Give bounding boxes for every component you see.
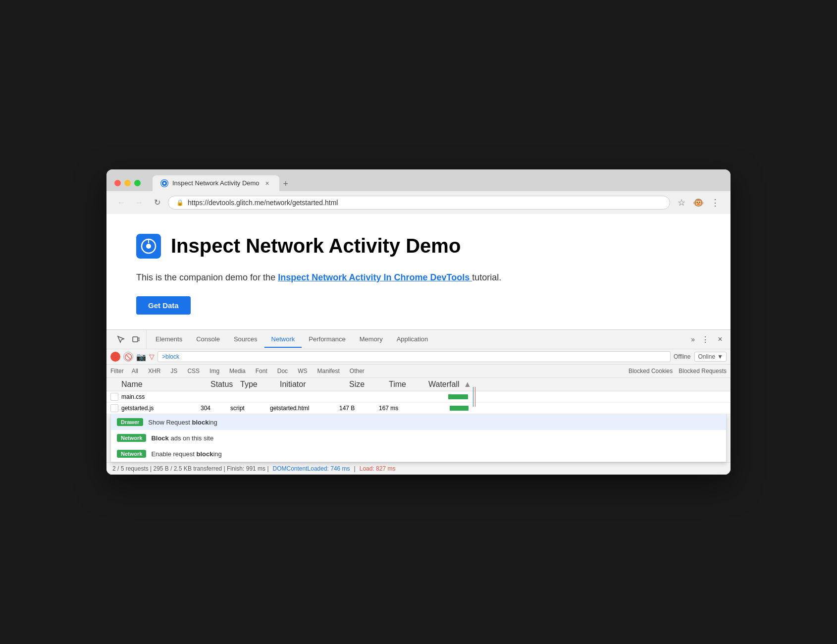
badge-drawer: Drawer bbox=[117, 418, 143, 426]
table-row[interactable]: main.css bbox=[106, 391, 731, 403]
browser-tab[interactable]: Inspect Network Activity Demo × bbox=[153, 175, 279, 191]
online-label: Online bbox=[698, 353, 715, 360]
status-separator: | bbox=[354, 465, 356, 472]
svg-point-3 bbox=[146, 244, 151, 249]
devtools-header: Elements Console Sources Network Perform… bbox=[106, 330, 731, 349]
clear-button[interactable]: 🚫 bbox=[123, 352, 133, 362]
devtools-icon-group bbox=[110, 330, 147, 349]
filter-type-xhr[interactable]: XHR bbox=[144, 367, 164, 376]
tab-performance[interactable]: Performance bbox=[302, 331, 352, 348]
row-checkbox[interactable] bbox=[110, 393, 118, 401]
filter-option-blocked-requests[interactable]: Blocked Requests bbox=[679, 368, 727, 375]
tab-sources[interactable]: Sources bbox=[227, 331, 264, 348]
devtools-more-options[interactable]: ⋮ bbox=[699, 333, 712, 346]
tab-network[interactable]: Network bbox=[264, 331, 302, 348]
page-content: Inspect Network Activity Demo This is th… bbox=[106, 214, 731, 330]
status-load: Load: 827 ms bbox=[360, 465, 396, 472]
autocomplete-bold-block2: Block bbox=[151, 434, 168, 442]
description-text-before: This is the companion demo for the bbox=[136, 272, 278, 282]
tab-memory[interactable]: Memory bbox=[353, 331, 390, 348]
offline-label: Offline bbox=[674, 353, 690, 360]
filter-type-img[interactable]: Img bbox=[206, 367, 223, 376]
nav-bar: ← → ↻ 🔒 https://devtools.glitch.me/netwo… bbox=[106, 191, 731, 214]
bookmark-button[interactable]: ☆ bbox=[674, 195, 689, 210]
network-options: Offline Online ▼ bbox=[674, 352, 727, 362]
filter-type-manifest[interactable]: Manifest bbox=[313, 367, 343, 376]
filter-bar: Filter All XHR JS CSS Img Media Font Doc… bbox=[106, 365, 731, 378]
address-text: https://devtools.glitch.me/network/getst… bbox=[188, 199, 662, 207]
profile-button[interactable]: 🐵 bbox=[691, 195, 706, 210]
dropdown-arrow-icon: ▼ bbox=[717, 353, 723, 360]
filter-type-media[interactable]: Media bbox=[225, 367, 250, 376]
row-checkbox[interactable] bbox=[110, 404, 118, 412]
tab-application[interactable]: Application bbox=[390, 331, 435, 348]
filter-option-blocked-cookies[interactable]: Blocked Cookies bbox=[628, 368, 673, 375]
nav-actions: ☆ 🐵 ⋮ bbox=[674, 195, 723, 210]
row-name-main-css: main.css bbox=[121, 393, 201, 400]
get-data-button[interactable]: Get Data bbox=[136, 296, 191, 315]
new-tab-button[interactable]: + bbox=[279, 177, 293, 191]
title-bar: Inspect Network Activity Demo × + bbox=[106, 169, 731, 191]
col-header-type[interactable]: Type bbox=[240, 380, 280, 389]
tab-more-button[interactable]: » bbox=[687, 332, 699, 346]
file-name-getstarted-js: getstarted.js bbox=[121, 405, 154, 412]
filter-options: Blocked Cookies Blocked Requests bbox=[628, 368, 727, 375]
devtools-header-actions: ⋮ × bbox=[699, 333, 727, 346]
address-bar[interactable]: 🔒 https://devtools.glitch.me/network/get… bbox=[168, 196, 670, 210]
filter-type-js[interactable]: JS bbox=[166, 367, 181, 376]
network-table: main.css getstarted.j bbox=[106, 391, 731, 414]
inspect-element-button[interactable] bbox=[114, 333, 127, 346]
maximize-traffic-light[interactable] bbox=[134, 180, 141, 186]
waterfall-line-red bbox=[475, 387, 475, 407]
autocomplete-bold-block1: block bbox=[192, 419, 209, 426]
col-header-status[interactable]: Status bbox=[210, 380, 240, 389]
autocomplete-dropdown: Drawer Show Request blocking Network Blo… bbox=[110, 414, 727, 462]
table-row[interactable]: getstarted.js 304 script getstarted.html… bbox=[106, 403, 731, 414]
devtools-close-button[interactable]: × bbox=[714, 333, 727, 346]
tab-console[interactable]: Console bbox=[189, 331, 227, 348]
minimize-traffic-light[interactable] bbox=[124, 180, 131, 186]
filter-type-all[interactable]: All bbox=[128, 367, 142, 376]
col-header-name[interactable]: Name bbox=[121, 380, 210, 389]
filter-icon: ▽ bbox=[149, 353, 155, 361]
waterfall-sort-icon: ▲ bbox=[464, 380, 471, 388]
filter-type-list: All XHR JS CSS Img Media Font Doc WS Man… bbox=[128, 367, 368, 376]
page-header: Inspect Network Activity Demo bbox=[136, 234, 701, 259]
autocomplete-item-drawer[interactable]: Drawer Show Request blocking bbox=[111, 414, 726, 430]
devtools-link[interactable]: Inspect Network Activity In Chrome DevTo… bbox=[278, 272, 472, 282]
filter-type-ws[interactable]: WS bbox=[294, 367, 311, 376]
filter-input[interactable] bbox=[157, 351, 671, 362]
file-name-main-css: main.css bbox=[121, 393, 145, 400]
close-traffic-light[interactable] bbox=[114, 180, 121, 186]
device-toolbar-button[interactable] bbox=[129, 333, 142, 346]
status-requests-text: 2 / 5 requests | 295 B / 2.5 KB transfer… bbox=[112, 465, 269, 472]
forward-button[interactable]: → bbox=[132, 196, 146, 210]
filter-type-doc[interactable]: Doc bbox=[273, 367, 292, 376]
filter-type-css[interactable]: CSS bbox=[183, 367, 204, 376]
col-header-size[interactable]: Size bbox=[349, 380, 389, 389]
page-description: This is the companion demo for the Inspe… bbox=[136, 270, 701, 285]
autocomplete-text-network-1: Block ads on this site bbox=[151, 434, 213, 442]
online-dropdown[interactable]: Online ▼ bbox=[694, 352, 727, 362]
autocomplete-item-network-enable-blocking[interactable]: Network Enable request blocking bbox=[111, 446, 726, 462]
badge-network-1: Network bbox=[117, 434, 146, 442]
status-bar: 2 / 5 requests | 295 B / 2.5 KB transfer… bbox=[106, 462, 731, 475]
autocomplete-text-drawer: Show Request blocking bbox=[148, 419, 217, 426]
table-header: Name Status Type Initiator Size Time Wat… bbox=[106, 378, 731, 391]
more-options-button[interactable]: ⋮ bbox=[708, 195, 723, 210]
record-button[interactable] bbox=[110, 352, 120, 362]
col-header-initiator[interactable]: Initiator bbox=[280, 380, 349, 389]
col-header-time[interactable]: Time bbox=[389, 380, 428, 389]
waterfall-bar-getstarted-js bbox=[450, 406, 469, 411]
autocomplete-item-network-block-ads[interactable]: Network Block ads on this site bbox=[111, 430, 726, 446]
tab-close-btn[interactable]: × bbox=[263, 179, 271, 187]
back-button[interactable]: ← bbox=[114, 196, 128, 210]
autocomplete-bold-block3: block bbox=[196, 450, 213, 458]
tab-elements[interactable]: Elements bbox=[149, 331, 189, 348]
screenshot-button[interactable]: 📷 bbox=[136, 352, 146, 362]
row-status: 304 bbox=[201, 405, 230, 412]
lock-icon: 🔒 bbox=[176, 199, 184, 206]
filter-type-font[interactable]: Font bbox=[252, 367, 271, 376]
filter-type-other[interactable]: Other bbox=[346, 367, 368, 376]
refresh-button[interactable]: ↻ bbox=[150, 196, 164, 210]
